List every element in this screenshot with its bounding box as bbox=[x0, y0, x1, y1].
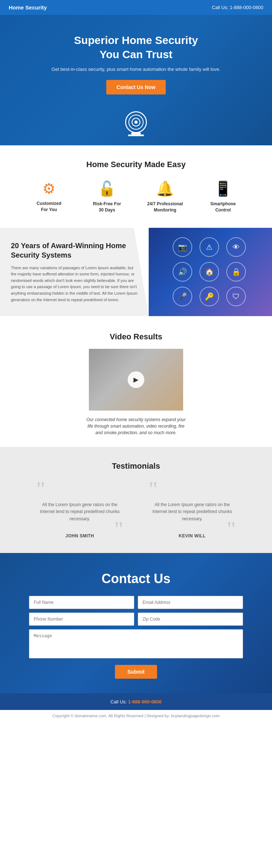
quote-open-icon-2: " bbox=[149, 480, 236, 498]
footer-copyright: Copyright © domainname.com. All Rights R… bbox=[0, 710, 272, 722]
features-heading: Home Security Made Easy bbox=[9, 160, 263, 169]
testimonial-john-name: JOHN SMITH bbox=[36, 533, 123, 538]
testimonial-kevin: " All the Lorem Ipsum gene rators on the… bbox=[141, 480, 243, 538]
site-logo: Home Security bbox=[9, 4, 47, 11]
feature-label-smartphone: SmartphoneControl bbox=[199, 201, 247, 213]
svg-rect-5 bbox=[128, 134, 144, 136]
warning-circle-icon: ⚠ bbox=[199, 237, 219, 257]
feature-smartphone: 📱 SmartphoneControl bbox=[199, 180, 247, 213]
hero-cta-button[interactable]: Contact Us Now bbox=[106, 80, 165, 94]
contact-form-row-1 bbox=[29, 596, 243, 609]
site-header: Home Security Call Us: 1-888-000-0800 bbox=[0, 0, 272, 15]
header-phone: Call Us: 1-888-000-0800 bbox=[212, 5, 263, 10]
video-caption: Our connected home security systems expa… bbox=[85, 416, 187, 436]
phone-input[interactable] bbox=[29, 613, 134, 626]
feature-label-customized: CustomizedFor You bbox=[25, 201, 73, 213]
fingerprint-circle-icon: 🔒 bbox=[226, 262, 246, 282]
contact-section: Contact Us Submit bbox=[0, 553, 272, 693]
house-circle-icon: 🏠 bbox=[199, 262, 219, 282]
play-button[interactable]: ▶ bbox=[128, 371, 144, 388]
quote-close-icon-2: " bbox=[149, 525, 236, 533]
testimonial-kevin-name: KEVIN WILL bbox=[149, 533, 236, 538]
features-grid: ⚙ CustomizedFor You 🔓 Risk-Free For30 Da… bbox=[9, 180, 263, 213]
feature-risk-free: 🔓 Risk-Free For30 Days bbox=[83, 180, 131, 213]
video-section: Video Results ▶ Our connected home secur… bbox=[0, 316, 272, 447]
gear-icon: ⚙ bbox=[25, 180, 73, 197]
testimonial-john-text: All the Lorem Ipsum gene rators on the I… bbox=[36, 501, 123, 522]
video-heading: Video Results bbox=[9, 332, 263, 342]
bell-icon: 🔔 bbox=[141, 180, 189, 197]
submit-button[interactable]: Submit bbox=[115, 665, 157, 679]
hero-subtitle: Get best-in-class security, plus smart h… bbox=[9, 66, 263, 72]
quote-close-icon: " bbox=[36, 525, 123, 533]
eye-circle-icon: 👁 bbox=[226, 237, 246, 257]
full-name-input[interactable] bbox=[29, 596, 134, 609]
camera-circle-icon: 📷 bbox=[173, 237, 192, 257]
feature-customized: ⚙ CustomizedFor You bbox=[25, 180, 73, 213]
award-section: 20 Years of Award-Winning Home Security … bbox=[0, 228, 272, 316]
security-icons: 📷 ⚠ 👁 🔊 🏠 🔒 🎤 🔑 🛡 bbox=[165, 230, 255, 314]
feature-label-monitoring: 24/7 ProfessionalMonitoring bbox=[141, 201, 189, 213]
hero-camera-icon bbox=[9, 105, 263, 145]
testimonials-section: Testimonials " All the Lorem Ipsum gene … bbox=[0, 447, 272, 553]
video-thumbnail: ▶ bbox=[89, 349, 183, 411]
hero-content: Superior Home Security You Can Trust Get… bbox=[9, 33, 263, 94]
footer-phone-label: Call Us: 1-888-000-0800 bbox=[110, 699, 162, 705]
key-circle-icon: 🔑 bbox=[199, 287, 219, 306]
contact-form-row-2 bbox=[29, 613, 243, 626]
testimonials-heading: Testimonials bbox=[11, 461, 261, 471]
contact-heading: Contact Us bbox=[29, 571, 243, 586]
lock-open-icon: 🔓 bbox=[83, 180, 131, 197]
video-player[interactable]: ▶ bbox=[89, 349, 183, 411]
zip-input[interactable] bbox=[138, 613, 243, 626]
contact-content: Contact Us Submit bbox=[29, 571, 243, 679]
quote-open-icon: " bbox=[36, 480, 123, 498]
feature-label-risk-free: Risk-Free For30 Days bbox=[83, 201, 131, 213]
award-left: 20 Years of Award-Winning Home Security … bbox=[0, 228, 149, 316]
svg-point-3 bbox=[135, 121, 138, 124]
shield-circle-icon: 🛡 bbox=[226, 287, 246, 306]
testimonial-john: " All the Lorem Ipsum gene rators on the… bbox=[29, 480, 131, 538]
hero-title: Superior Home Security You Can Trust bbox=[9, 33, 263, 61]
message-input[interactable] bbox=[29, 629, 243, 658]
footer-phone-bar: Call Us: 1-888-000-0800 bbox=[0, 693, 272, 710]
speaker-circle-icon: 🔊 bbox=[173, 262, 192, 282]
award-body: There are many variations of passages of… bbox=[11, 265, 138, 303]
testimonials-grid: " All the Lorem Ipsum gene rators on the… bbox=[11, 480, 261, 538]
award-heading: 20 Years of Award-Winning Home Security … bbox=[11, 241, 138, 260]
mic-circle-icon: 🎤 bbox=[173, 287, 192, 306]
award-right: 📷 ⚠ 👁 🔊 🏠 🔒 🎤 🔑 🛡 bbox=[149, 228, 272, 316]
hero-section: Superior Home Security You Can Trust Get… bbox=[0, 15, 272, 145]
smartphone-icon: 📱 bbox=[199, 180, 247, 197]
email-input[interactable] bbox=[138, 596, 243, 609]
features-section: Home Security Made Easy ⚙ CustomizedFor … bbox=[0, 145, 272, 228]
footer-phone-link[interactable]: 1-888-000-0800 bbox=[128, 699, 162, 705]
feature-monitoring: 🔔 24/7 ProfessionalMonitoring bbox=[141, 180, 189, 213]
testimonial-kevin-text: All the Lorem Ipsum gene rators on the I… bbox=[149, 501, 236, 522]
svg-rect-4 bbox=[131, 133, 141, 135]
